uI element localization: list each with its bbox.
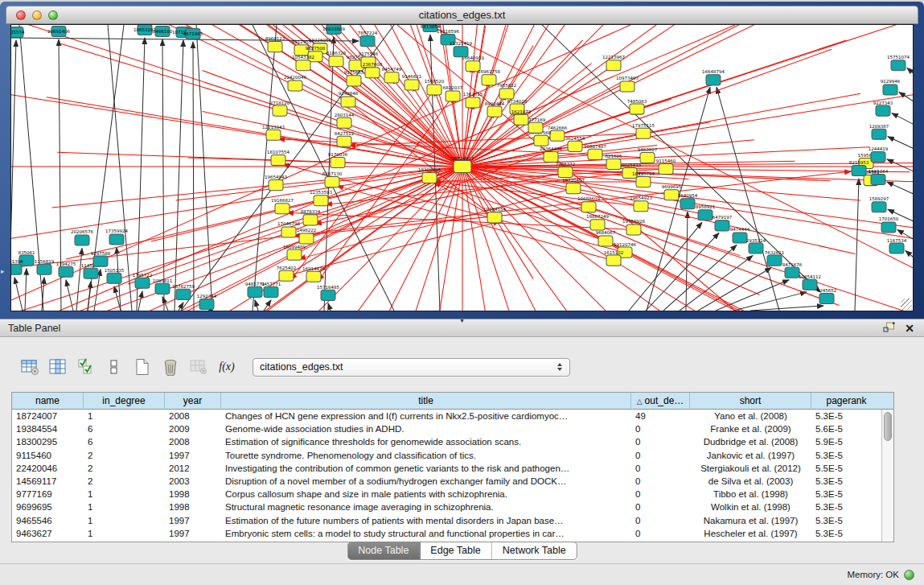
table-cell[interactable]: 2 bbox=[84, 449, 165, 462]
graph-node[interactable] bbox=[881, 222, 896, 233]
close-window-button[interactable] bbox=[16, 10, 26, 20]
graph-node[interactable] bbox=[528, 122, 543, 133]
graph-node[interactable] bbox=[321, 290, 335, 300]
table-cell[interactable]: 1 bbox=[84, 514, 165, 527]
graph-node[interactable] bbox=[630, 104, 644, 114]
memory-indicator[interactable]: Memory: OK bbox=[847, 570, 914, 580]
graph-node[interactable] bbox=[534, 135, 548, 146]
graph-node[interactable] bbox=[454, 160, 471, 172]
table-cell[interactable]: de Silva et al. (2003) bbox=[690, 475, 811, 488]
graph-node[interactable] bbox=[487, 106, 502, 117]
graph-node[interactable] bbox=[588, 149, 602, 159]
graph-node[interactable] bbox=[273, 105, 287, 116]
graph-node[interactable] bbox=[75, 235, 89, 245]
table-cell[interactable]: 5.3E-5 bbox=[811, 475, 881, 488]
graph-node[interactable] bbox=[329, 56, 343, 67]
graph-node[interactable] bbox=[876, 105, 890, 116]
table-cell[interactable]: 18300295 bbox=[12, 435, 84, 448]
table-row[interactable]: 911546021997Tourette syndrome. Phenomeno… bbox=[12, 449, 881, 462]
row-height-icon[interactable] bbox=[104, 356, 125, 377]
graph-node[interactable] bbox=[269, 180, 283, 191]
graph-node[interactable] bbox=[606, 60, 621, 71]
graph-node[interactable] bbox=[271, 154, 285, 165]
table-cell[interactable]: 9777169 bbox=[12, 488, 84, 501]
table-cell[interactable]: 1 bbox=[84, 488, 165, 501]
graph-node[interactable] bbox=[767, 255, 782, 266]
table-cell[interactable]: 5.3E-5 bbox=[811, 410, 881, 422]
table-cell[interactable]: 0 bbox=[631, 475, 690, 488]
table-cell[interactable]: 19384554 bbox=[12, 422, 84, 435]
table-cell[interactable]: Wolkin et al. (1998) bbox=[690, 501, 811, 513]
table-cell[interactable]: 0 bbox=[631, 501, 690, 513]
table-cell[interactable]: 1997 bbox=[165, 449, 221, 462]
graph-node[interactable] bbox=[303, 215, 318, 225]
graph-node[interactable] bbox=[11, 264, 22, 274]
function-builder-icon[interactable]: f(x) bbox=[216, 356, 237, 377]
graph-node[interactable] bbox=[405, 80, 419, 90]
citation-network-graph[interactable]: 1872400718300295193845541221334384275121… bbox=[11, 25, 913, 311]
graph-node[interactable] bbox=[606, 255, 621, 266]
graph-node[interactable] bbox=[749, 243, 763, 253]
graph-node[interactable] bbox=[636, 128, 651, 138]
table-row[interactable]: 946554611997Estimation of the future num… bbox=[12, 514, 881, 527]
table-cell[interactable]: 2003 bbox=[165, 475, 221, 488]
graph-node[interactable] bbox=[306, 271, 321, 282]
graph-node[interactable] bbox=[268, 42, 282, 52]
graph-node[interactable] bbox=[287, 249, 302, 260]
graph-node[interactable] bbox=[606, 159, 621, 169]
graph-node[interactable] bbox=[454, 47, 468, 57]
table-cell[interactable]: Corpus callosum shape and size in male p… bbox=[221, 488, 631, 501]
table-cell[interactable]: 14569117 bbox=[12, 475, 84, 488]
graph-node[interactable] bbox=[264, 286, 278, 297]
new-file-icon[interactable] bbox=[132, 356, 153, 377]
table-row[interactable]: 2242004622012Investigating the contribut… bbox=[12, 462, 881, 475]
table-cell[interactable]: 0 bbox=[631, 514, 690, 527]
graph-node[interactable] bbox=[427, 84, 441, 95]
graph-node[interactable] bbox=[107, 273, 121, 283]
table-cell[interactable]: 1 bbox=[84, 527, 165, 540]
table-cell[interactable]: 5.9E-5 bbox=[811, 435, 881, 448]
graph-node[interactable] bbox=[337, 117, 351, 128]
table-cell[interactable]: 5.3E-5 bbox=[811, 501, 881, 513]
graph-node[interactable] bbox=[558, 167, 573, 177]
graph-node[interactable] bbox=[590, 220, 605, 230]
graph-node[interactable] bbox=[446, 91, 460, 101]
table-cell[interactable]: 18724007 bbox=[12, 410, 84, 422]
table-row[interactable]: 946362711997Embryonic stem cells: a mode… bbox=[12, 527, 881, 540]
graph-node[interactable] bbox=[155, 283, 170, 294]
table-cell[interactable]: 2012 bbox=[165, 462, 221, 475]
graph-node[interactable] bbox=[482, 75, 496, 85]
table-cell[interactable]: 2009 bbox=[165, 422, 221, 435]
table-cell[interactable]: 0 bbox=[631, 488, 690, 501]
table-cell[interactable]: Stergiakouli et al. (2012) bbox=[690, 462, 811, 475]
table-cell[interactable]: 0 bbox=[631, 449, 690, 462]
graph-node[interactable] bbox=[871, 151, 885, 162]
graph-node[interactable] bbox=[785, 267, 799, 278]
tab-network-table[interactable]: Network Table bbox=[492, 542, 577, 559]
table-cell[interactable]: 0 bbox=[631, 527, 690, 540]
graph-node[interactable] bbox=[514, 114, 528, 125]
table-cell[interactable]: 6 bbox=[84, 435, 165, 448]
table-cell[interactable]: Structural magnetic resonance image aver… bbox=[221, 501, 631, 513]
column-header-in_degree[interactable]: in_degree bbox=[84, 393, 165, 410]
graph-node[interactable] bbox=[314, 196, 328, 206]
graph-node[interactable] bbox=[568, 141, 582, 151]
graph-node[interactable] bbox=[872, 202, 886, 212]
table-cell[interactable]: 22420046 bbox=[12, 462, 84, 475]
table-cell[interactable]: Genome-wide association studies in ADHD. bbox=[221, 422, 631, 435]
table-cell[interactable]: 2 bbox=[84, 475, 165, 488]
graph-node[interactable] bbox=[659, 163, 673, 174]
graph-node[interactable] bbox=[664, 190, 679, 200]
graph-node[interactable] bbox=[680, 199, 695, 209]
graph-node[interactable] bbox=[266, 130, 281, 140]
table-cell[interactable]: 9465546 bbox=[12, 514, 84, 527]
graph-node[interactable] bbox=[337, 136, 351, 146]
minimize-window-button[interactable] bbox=[32, 10, 42, 20]
table-cell[interactable]: 5.3E-5 bbox=[811, 514, 881, 527]
graph-node[interactable] bbox=[135, 278, 150, 288]
graph-node[interactable] bbox=[365, 68, 380, 78]
table-cell[interactable]: Tibbo et al. (1998) bbox=[690, 488, 811, 501]
table-cell[interactable]: 1997 bbox=[165, 527, 221, 540]
graph-node[interactable] bbox=[883, 84, 897, 95]
table-cell[interactable]: 0 bbox=[631, 462, 690, 475]
